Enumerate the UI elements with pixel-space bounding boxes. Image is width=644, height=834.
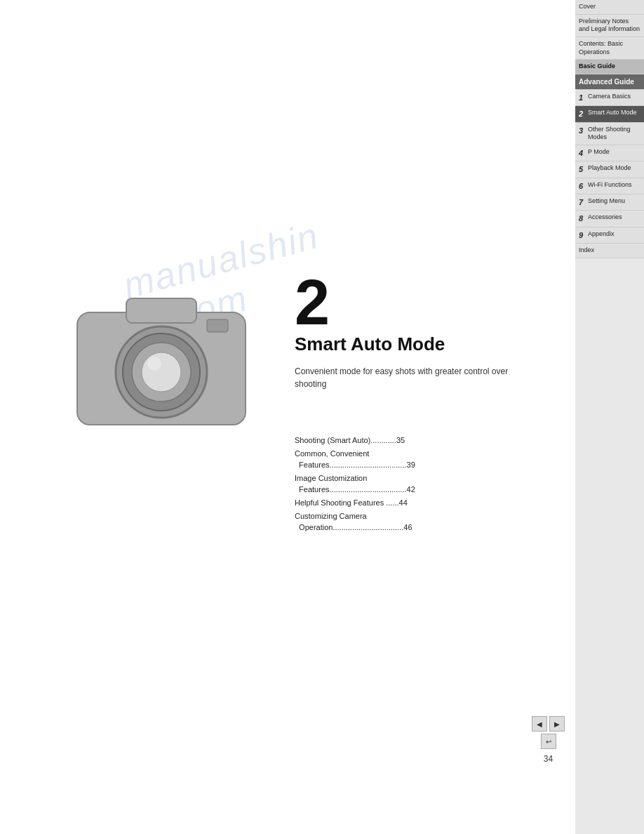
- nav-prev-next-row: ◀ ▶: [532, 716, 565, 732]
- sidebar-item-camera-basics[interactable]: 1 Camera Basics: [575, 90, 644, 106]
- sidebar-item-contents[interactable]: Contents: Basic Operations: [575, 37, 644, 60]
- sidebar: Cover Preliminary Notes and Legal Inform…: [575, 0, 644, 834]
- sidebar-item-setting-menu[interactable]: 7 Setting Menu: [575, 194, 644, 211]
- navigation-controls: ◀ ▶ ↩ 34: [532, 716, 565, 764]
- toc-title-4: Helpful Shooting Features ......44: [295, 498, 408, 507]
- svg-rect-1: [126, 298, 196, 323]
- prev-page-button[interactable]: ◀: [532, 716, 547, 732]
- sidebar-item-other-shooting[interactable]: 3 Other Shooting Modes: [575, 123, 644, 145]
- toc-entry-3: Image Customization Features............…: [295, 473, 533, 495]
- toc-title-3: Image Customization Features............…: [295, 474, 415, 493]
- toc-title-1: Shooting (Smart Auto)............35: [295, 436, 405, 444]
- sidebar-item-basic-guide[interactable]: Basic Guide: [575, 60, 644, 74]
- svg-rect-7: [207, 319, 228, 332]
- sidebar-item-preliminary[interactable]: Preliminary Notes and Legal Information: [575, 15, 644, 37]
- svg-point-5: [142, 352, 181, 392]
- sidebar-item-appendix[interactable]: 9 Appendix: [575, 227, 644, 244]
- page-number: 34: [544, 754, 553, 764]
- next-page-button[interactable]: ▶: [549, 716, 565, 732]
- toc-entry-1: Shooting (Smart Auto)............35: [295, 435, 533, 446]
- svg-point-6: [147, 357, 161, 371]
- sidebar-item-wifi[interactable]: 6 Wi-Fi Functions: [575, 178, 644, 194]
- sidebar-item-p-mode[interactable]: 4 P Mode: [575, 145, 644, 161]
- chapter-number: 2: [295, 267, 330, 339]
- toc-title-5: Customizing Camera Operation............…: [295, 512, 412, 531]
- sidebar-item-playback[interactable]: 5 Playback Mode: [575, 161, 644, 178]
- toc-title-2: Common, Convenient Features.............…: [295, 449, 415, 468]
- toc-entry-5: Customizing Camera Operation............…: [295, 511, 533, 533]
- page-content: manualshinip.com 2 Smart Auto Mode Conve…: [0, 0, 575, 834]
- return-button[interactable]: ↩: [541, 734, 556, 749]
- chapter-title: Smart Auto Mode: [295, 333, 445, 355]
- sidebar-item-advanced-guide[interactable]: Advanced Guide: [575, 74, 644, 90]
- toc-entry-4: Helpful Shooting Features ......44: [295, 498, 533, 508]
- sidebar-item-cover[interactable]: Cover: [575, 0, 644, 15]
- table-of-contents: Shooting (Smart Auto)............35 Comm…: [295, 435, 533, 536]
- camera-icon: [70, 274, 253, 435]
- sidebar-item-smart-auto[interactable]: 2 Smart Auto Mode: [575, 106, 644, 122]
- toc-entry-2: Common, Convenient Features.............…: [295, 449, 533, 470]
- sidebar-item-accessories[interactable]: 8 Accessories: [575, 211, 644, 227]
- chapter-description: Convenient mode for easy shots with grea…: [295, 365, 533, 390]
- sidebar-item-index[interactable]: Index: [575, 244, 644, 258]
